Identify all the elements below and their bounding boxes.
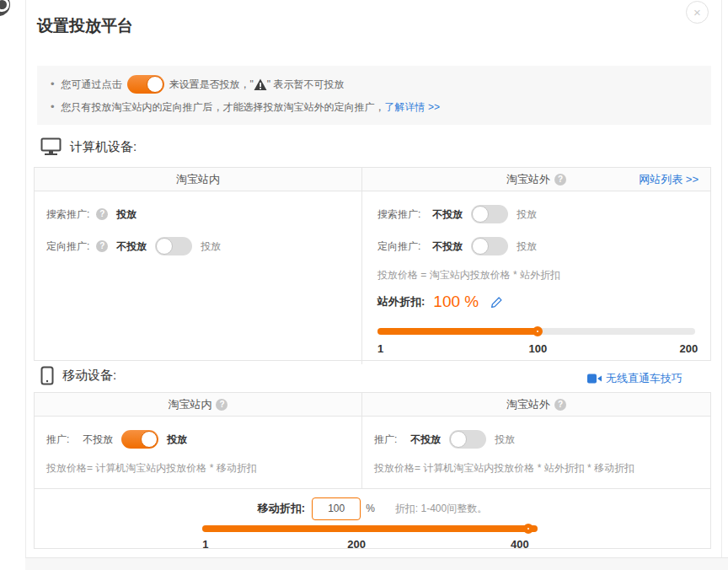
video-icon: [587, 374, 602, 384]
slider-ticks: 1 200 400: [202, 538, 538, 553]
computer-table: 淘宝站内 淘宝站外 ? 网站列表 >> 搜索推广: ? 投放 定向推广: ? 不…: [34, 167, 711, 361]
mobile-table-body: 推广: 不投放 投放 投放价格= 计算机淘宝站内投放价格 * 移动折扣 推广: …: [35, 417, 710, 488]
status-on-label: 投放: [201, 239, 221, 254]
computer-offsite-header: 淘宝站外 ? 网站列表 >>: [362, 168, 710, 191]
tick-label: 200: [680, 342, 699, 355]
status-off-label: 不投放: [432, 239, 463, 254]
row-label: 推广:: [46, 433, 69, 447]
slider-track[interactable]: [377, 328, 695, 335]
close-icon[interactable]: ×: [686, 1, 709, 24]
wireless-tips-link[interactable]: 无线直通车技巧: [587, 371, 682, 386]
mobile-discount-label: 移动折扣:: [258, 501, 305, 516]
website-list-link[interactable]: 网站列表 >>: [639, 168, 699, 191]
mobile-table-header: 淘宝站内 ? 淘宝站外 ?: [35, 393, 710, 417]
computer-onsite-target-row: 定向推广: ? 不投放 投放: [46, 230, 350, 262]
mobile-onsite-promo-row: 推广: 不投放 投放: [46, 423, 350, 455]
mobile-offsite-promo-toggle[interactable]: [449, 430, 486, 449]
mobile-discount-line: 移动折扣: % 折扣: 1-400间整数。: [35, 495, 710, 522]
status-off-label: 不投放: [432, 207, 463, 222]
slider-thumb[interactable]: [523, 524, 533, 534]
percent-unit: %: [366, 503, 375, 514]
discount-value: 100 %: [433, 293, 479, 311]
notice-text: " 表示暂不可投放: [267, 73, 345, 95]
row-label: 定向推广:: [46, 239, 89, 254]
status-on-label: 投放: [167, 433, 187, 447]
computer-offsite-search-row: 搜索推广: 不投放 投放: [377, 198, 695, 230]
mobile-offsite-formula: 投放价格= 计算机淘宝站内投放价格 * 站外折扣 * 移动折扣: [374, 455, 699, 481]
computer-table-header: 淘宝站内 淘宝站外 ? 网站列表 >>: [35, 168, 710, 191]
slider-thumb[interactable]: [533, 326, 543, 336]
notice-line-2: • 您只有投放淘宝站内的定向推广后，才能选择投放淘宝站外的定向推广， 了解详情 …: [51, 97, 698, 117]
computer-offsite-target-row: 定向推广: 不投放 投放: [377, 230, 695, 262]
tick-label: 400: [511, 538, 529, 551]
mobile-discount-slider: 1 200 400: [202, 525, 538, 553]
logo-partial-icon: [0, 0, 10, 16]
row-label: 搜索推广:: [377, 207, 420, 222]
mobile-onsite-header: 淘宝站内 ?: [35, 393, 362, 416]
slider-ticks: 1 100 200: [377, 342, 695, 358]
mobile-table: 淘宝站内 ? 淘宝站外 ? 推广: 不投放 投放 投放价格= 计算机淘宝站内投放…: [34, 392, 711, 549]
notice-text: 来设置是否投放，": [169, 73, 254, 95]
computer-onsite-cell: 搜索推广: ? 投放 定向推广: ? 不投放 投放: [35, 191, 362, 364]
mobile-section-heading: 移动设备:: [40, 366, 116, 385]
status-on: 投放: [116, 207, 136, 222]
computer-section-heading: 计算机设备:: [40, 137, 136, 156]
placement-settings-modal: × 设置投放平台 • 您可通过点击 来设置是否投放，" " 表示暂不可投放 • …: [0, 0, 728, 570]
status-off-label: 不投放: [83, 433, 113, 447]
mobile-onsite-formula: 投放价格= 计算机淘宝站内投放价格 * 移动折扣: [46, 455, 350, 481]
bullet: •: [51, 73, 55, 95]
tick-label: 1: [202, 538, 208, 551]
learn-more-link[interactable]: 了解详情 >>: [385, 97, 440, 117]
phone-icon: [40, 366, 54, 385]
computer-onsite-target-toggle[interactable]: [155, 237, 192, 255]
notice-box: • 您可通过点击 来设置是否投放，" " 表示暂不可投放 • 您只有投放淘宝站内…: [37, 66, 711, 125]
help-icon[interactable]: ?: [216, 399, 228, 411]
status-off-label: 不投放: [410, 433, 441, 447]
help-icon[interactable]: ?: [96, 208, 108, 220]
tick-label: 1: [377, 342, 383, 355]
tick-label: 100: [529, 342, 548, 355]
status-on-label: 投放: [517, 207, 537, 222]
header-label: 淘宝站外: [506, 397, 550, 412]
monitor-icon: [40, 137, 62, 156]
discount-label: 站外折扣:: [377, 294, 425, 309]
slider-fill: [377, 328, 538, 335]
modal-left-border: [25, 0, 26, 557]
help-icon[interactable]: ?: [96, 240, 108, 252]
offsite-discount-slider: 1 100 200: [377, 328, 695, 358]
computer-section-label: 计算机设备:: [70, 139, 136, 155]
help-icon[interactable]: ?: [554, 399, 566, 411]
mobile-section-label: 移动设备:: [62, 368, 116, 384]
computer-onsite-search-row: 搜索推广: ? 投放: [46, 198, 350, 230]
mobile-discount-input[interactable]: [312, 497, 361, 520]
slider-track[interactable]: [202, 525, 538, 532]
mobile-offsite-cell: 推广: 不投放 投放 投放价格= 计算机淘宝站内投放价格 * 站外折扣 * 移动…: [362, 417, 710, 488]
status-on-label: 投放: [495, 433, 515, 447]
mobile-onsite-promo-toggle[interactable]: [121, 430, 158, 449]
mobile-onsite-cell: 推广: 不投放 投放 投放价格= 计算机淘宝站内投放价格 * 移动折扣: [35, 417, 362, 488]
help-icon[interactable]: ?: [554, 174, 566, 186]
computer-offsite-search-toggle[interactable]: [471, 205, 508, 223]
page-title: 设置投放平台: [37, 15, 133, 37]
mobile-discount-row: 移动折扣: % 折扣: 1-400间整数。 1 200 400: [35, 488, 710, 549]
row-label: 搜索推广:: [46, 207, 89, 222]
offsite-discount-line: 站外折扣: 100 %: [377, 288, 695, 316]
modal-right-border: [721, 0, 722, 570]
status-off-label: 不投放: [116, 239, 147, 254]
row-label: 推广:: [374, 433, 397, 447]
computer-offsite-target-toggle[interactable]: [471, 237, 508, 255]
computer-onsite-header: 淘宝站内: [35, 168, 362, 191]
toggle-example-icon: [127, 75, 164, 94]
notice-text: 您可通过点击: [62, 73, 122, 95]
discount-range-hint: 折扣: 1-400间整数。: [395, 502, 487, 516]
tick-label: 200: [347, 538, 366, 551]
slider-fill: [202, 525, 538, 532]
offsite-price-formula: 投放价格 = 淘宝站内投放价格 * 站外折扣: [377, 262, 695, 288]
status-on-label: 投放: [517, 239, 537, 254]
notice-text: 您只有投放淘宝站内的定向推广后，才能选择投放淘宝站外的定向推广，: [62, 97, 385, 117]
computer-offsite-cell: 搜索推广: 不投放 投放 定向推广: 不投放 投放 投放价格 = 淘宝站内投放价…: [362, 191, 710, 364]
modal-bottom-edge: [25, 557, 728, 570]
edit-icon[interactable]: [490, 296, 503, 309]
header-label: 淘宝站内: [176, 172, 220, 187]
warning-icon: [254, 78, 267, 91]
